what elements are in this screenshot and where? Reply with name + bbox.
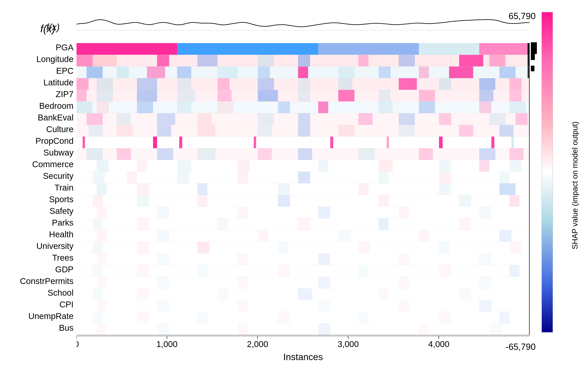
- svg-rect-93: [117, 125, 133, 137]
- svg-rect-180: [93, 242, 103, 253]
- svg-rect-86: [358, 113, 373, 125]
- svg-rect-30: [147, 66, 165, 78]
- svg-rect-48: [298, 78, 310, 90]
- svg-rect-173: [97, 230, 107, 242]
- svg-rect-108: [387, 137, 389, 148]
- svg-rect-58: [177, 90, 195, 102]
- svg-text:Security: Security: [43, 171, 74, 181]
- svg-rect-154: [278, 195, 290, 207]
- svg-rect-65: [479, 90, 493, 102]
- svg-rect-127: [238, 160, 250, 172]
- row-marker-longitude: [531, 54, 535, 60]
- svg-rect-92: [89, 125, 103, 137]
- svg-rect-117: [258, 148, 272, 160]
- svg-rect-71: [177, 102, 191, 113]
- svg-text:4,000: 4,000: [428, 339, 449, 349]
- svg-rect-145: [197, 183, 207, 195]
- svg-rect-3: [177, 43, 318, 55]
- svg-rect-85: [298, 113, 310, 125]
- svg-rect-57: [137, 90, 157, 102]
- svg-rect-175: [258, 230, 268, 242]
- svg-rect-213: [298, 288, 312, 300]
- svg-rect-199: [358, 265, 368, 277]
- svg-text:Sports: Sports: [49, 195, 74, 204]
- svg-rect-201: [509, 265, 520, 277]
- svg-rect-148: [439, 183, 451, 195]
- svg-rect-78: [509, 102, 525, 113]
- svg-rect-23: [399, 55, 415, 66]
- svg-rect-131: [479, 160, 489, 172]
- svg-text:Longitude: Longitude: [36, 54, 74, 64]
- svg-rect-69: [97, 102, 109, 113]
- svg-rect-68: [76, 102, 93, 113]
- heatmap-rows: [76, 43, 530, 336]
- svg-rect-186: [509, 242, 522, 253]
- svg-rect-102: [76, 137, 530, 148]
- svg-text:Trees: Trees: [52, 253, 74, 263]
- svg-rect-75: [378, 102, 393, 113]
- svg-rect-193: [479, 253, 491, 265]
- svg-text:Bedroom: Bedroom: [39, 101, 74, 111]
- svg-rect-177: [419, 230, 429, 242]
- svg-rect-66: [509, 90, 522, 102]
- svg-rect-99: [399, 125, 415, 137]
- svg-rect-184: [358, 242, 370, 253]
- svg-text:Latitude: Latitude: [43, 78, 74, 87]
- svg-rect-101: [499, 125, 514, 137]
- svg-rect-167: [137, 218, 149, 230]
- svg-rect-196: [137, 265, 149, 277]
- svg-rect-176: [338, 230, 350, 242]
- svg-rect-46: [218, 78, 230, 90]
- svg-rect-4: [318, 43, 419, 55]
- svg-rect-52: [479, 78, 495, 90]
- svg-rect-228: [358, 312, 368, 323]
- svg-rect-103: [83, 137, 85, 148]
- colorbar-title: SHAP value (impact on model output): [571, 121, 579, 249]
- svg-rect-144: [137, 183, 149, 195]
- heatmap-area: [76, 12, 530, 336]
- svg-rect-114: [117, 148, 131, 160]
- svg-rect-236: [419, 323, 429, 335]
- svg-rect-21: [298, 55, 310, 66]
- svg-rect-6: [479, 43, 530, 55]
- svg-text:PropCond: PropCond: [35, 136, 74, 146]
- svg-rect-202: [76, 277, 530, 288]
- svg-rect-185: [439, 242, 449, 253]
- svg-rect-221: [399, 300, 409, 312]
- colorbar-max-label: 65,790: [457, 8, 538, 22]
- svg-rect-119: [358, 148, 375, 160]
- svg-rect-182: [197, 242, 210, 253]
- svg-rect-235: [318, 323, 330, 335]
- svg-rect-72: [218, 102, 234, 113]
- svg-rect-200: [439, 265, 451, 277]
- svg-rect-34: [298, 66, 308, 78]
- svg-text:University: University: [36, 241, 74, 251]
- svg-rect-233: [157, 323, 169, 335]
- svg-rect-38: [449, 66, 473, 78]
- svg-text:Bus: Bus: [59, 323, 74, 332]
- svg-rect-118: [298, 148, 312, 160]
- svg-rect-234: [238, 323, 248, 335]
- svg-rect-134: [93, 172, 105, 183]
- svg-rect-97: [298, 125, 310, 137]
- svg-rect-17: [93, 55, 117, 66]
- svg-rect-160: [157, 207, 169, 218]
- svg-rect-225: [137, 312, 149, 323]
- svg-rect-45: [177, 78, 191, 90]
- svg-rect-25: [489, 55, 505, 66]
- svg-rect-60: [258, 90, 278, 102]
- svg-rect-64: [419, 90, 435, 102]
- svg-rect-111: [512, 137, 514, 148]
- svg-rect-115: [157, 148, 173, 160]
- row-marker-pga: [531, 42, 537, 54]
- svg-rect-104: [153, 137, 157, 148]
- svg-rect-100: [459, 125, 473, 137]
- svg-rect-161: [238, 207, 248, 218]
- svg-rect-94: [157, 125, 171, 137]
- svg-rect-224: [93, 312, 103, 323]
- svg-rect-36: [378, 66, 391, 78]
- svg-rect-153: [197, 195, 207, 207]
- svg-rect-37: [419, 66, 429, 78]
- svg-rect-129: [378, 160, 393, 172]
- svg-text:Instances: Instances: [283, 352, 323, 362]
